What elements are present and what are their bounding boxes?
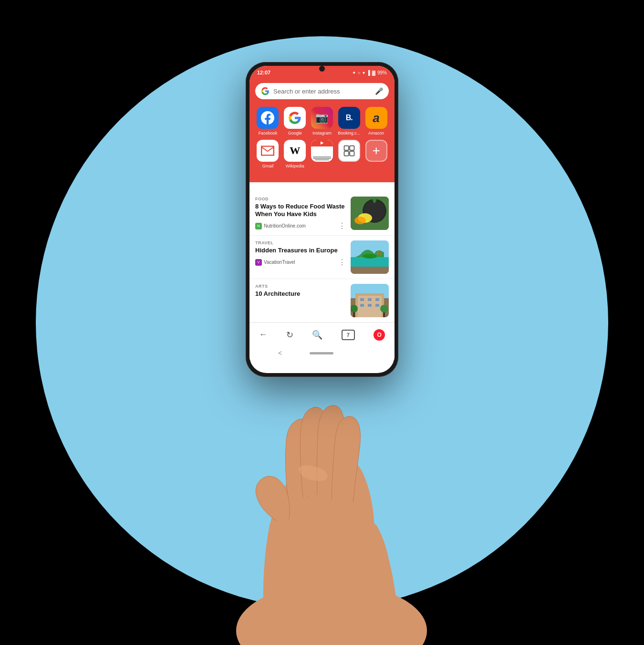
status-time: 12:07 xyxy=(257,70,270,75)
amazon-icon: a xyxy=(365,107,387,129)
wikipedia-icon: W xyxy=(284,140,306,162)
app-item-news[interactable]: ▶ xyxy=(310,140,335,169)
news-category-travel: TRAVEL xyxy=(255,240,346,245)
svg-rect-25 xyxy=(375,298,379,301)
svg-point-16 xyxy=(363,254,377,259)
news-thumb-arts xyxy=(351,284,389,317)
source-name-travel: VacationTravel xyxy=(264,260,295,265)
google-app-icon xyxy=(284,107,306,129)
source-icon-nutrition: N xyxy=(255,223,262,229)
svg-rect-18 xyxy=(380,252,382,255)
bottom-nav: ← ↻ 🔍 7 O xyxy=(249,322,395,346)
svg-rect-1 xyxy=(344,146,348,150)
app-item-booking[interactable]: B. Booking.c... xyxy=(336,107,362,136)
news-title-arts: 10 Architecture xyxy=(255,290,346,298)
svg-rect-23 xyxy=(360,298,364,301)
home-gesture-pill xyxy=(310,352,333,354)
booking-icon: B. xyxy=(338,107,360,129)
bluetooth-icon: ✦ xyxy=(352,70,356,75)
status-icons: ✦ ○ ▾ ▐ ▓ 99% xyxy=(352,70,387,75)
news-title-food: 8 Ways to Reduce Food Waste When You Hav… xyxy=(255,203,346,219)
gesture-bar: < < xyxy=(249,346,395,360)
news-category-food: FOOD xyxy=(255,197,346,201)
svg-rect-15 xyxy=(351,267,389,274)
svg-rect-28 xyxy=(375,304,379,307)
news-article-food-content: FOOD 8 Ways to Reduce Food Waste When Yo… xyxy=(255,197,346,231)
news-source-food: N NutritionOnline.com xyxy=(255,223,306,229)
tabs-button[interactable]: 7 xyxy=(342,330,355,340)
svg-rect-2 xyxy=(350,146,354,150)
svg-rect-3 xyxy=(344,151,348,156)
facebook-label: Facebook xyxy=(259,131,278,136)
article-menu-food[interactable]: ⋮ xyxy=(338,221,346,230)
tabs-count: 7 xyxy=(347,332,350,338)
phone-device: 12:07 ✦ ○ ▾ ▐ ▓ 99% xyxy=(246,62,398,377)
refresh-button[interactable]: ↻ xyxy=(286,330,293,340)
scene: 12:07 ✦ ○ ▾ ▐ ▓ 99% xyxy=(0,0,644,645)
microphone-icon[interactable]: 🎤 xyxy=(375,87,383,95)
app-item-instagram[interactable]: 📷 Instagram xyxy=(310,107,335,136)
app-item-add[interactable]: + xyxy=(364,140,389,169)
battery-icon: ▓ xyxy=(372,70,375,75)
app-item-gmail[interactable]: Gmail xyxy=(255,140,280,169)
news-source-row-travel: V VacationTravel ⋮ xyxy=(255,258,346,267)
wifi-icon: ▾ xyxy=(363,70,365,75)
google-icon xyxy=(261,87,270,95)
front-camera xyxy=(319,66,325,72)
app-item-facebook[interactable]: Facebook xyxy=(255,107,280,136)
tabmanager-icon xyxy=(338,140,360,162)
battery-percent: 99% xyxy=(377,70,387,75)
gmail-label: Gmail xyxy=(262,164,274,169)
news-thumb-travel xyxy=(351,240,389,274)
news-title-travel: Hidden Treasures in Europe xyxy=(255,247,346,255)
back-gesture: < xyxy=(278,349,282,357)
source-icon-travel: V xyxy=(255,259,262,266)
app-item-amazon[interactable]: a Amazon xyxy=(364,107,389,136)
instagram-icon: 📷 xyxy=(311,107,333,129)
svg-point-32 xyxy=(380,305,388,312)
wave-separator xyxy=(249,182,395,192)
nfc-icon: ○ xyxy=(358,70,361,75)
news-article-travel[interactable]: TRAVEL Hidden Treasures in Europe V Vaca… xyxy=(249,236,395,279)
search-button[interactable]: 🔍 xyxy=(312,330,322,340)
svg-rect-17 xyxy=(377,251,379,255)
wikipedia-label: Wikipedia xyxy=(286,164,304,169)
news-article-food[interactable]: FOOD 8 Ways to Reduce Food Waste When Yo… xyxy=(249,192,395,236)
gmail-icon xyxy=(257,140,279,162)
svg-point-11 xyxy=(354,217,366,224)
google-label: Google xyxy=(288,131,302,136)
app-item-google[interactable]: Google xyxy=(282,107,308,136)
news-source-travel: V VacationTravel xyxy=(255,259,295,266)
svg-rect-4 xyxy=(350,151,354,156)
amazon-label: Amazon xyxy=(368,131,384,136)
svg-rect-27 xyxy=(368,304,372,307)
instagram-label: Instagram xyxy=(312,131,332,136)
phone-body: 12:07 ✦ ○ ▾ ▐ ▓ 99% xyxy=(246,62,398,377)
news-source-row-food: N NutritionOnline.com ⋮ xyxy=(255,221,346,230)
news-article-arts-content: ARTS 10 Architecture xyxy=(255,284,346,301)
source-name-food: NutritionOnline.com xyxy=(264,223,306,229)
news-category-arts: ARTS xyxy=(255,284,346,289)
add-icon: + xyxy=(365,140,387,162)
news-article-travel-content: TRAVEL Hidden Treasures in Europe V Vaca… xyxy=(255,240,346,267)
signal-icon: ▐ xyxy=(367,70,370,75)
app-item-tabmanager[interactable] xyxy=(336,140,362,169)
news-thumb-food xyxy=(351,197,389,230)
article-menu-travel[interactable]: ⋮ xyxy=(338,258,346,267)
opera-logo: O xyxy=(377,332,382,338)
back-button[interactable]: ← xyxy=(259,330,268,340)
svg-rect-24 xyxy=(368,298,372,301)
app-item-wikipedia[interactable]: W Wikipedia xyxy=(282,140,308,169)
search-bar[interactable]: Search or enter address 🎤 xyxy=(255,83,389,99)
facebook-icon xyxy=(257,107,279,129)
news-feed: FOOD 8 Ways to Reduce Food Waste When Yo… xyxy=(249,192,395,323)
news-icon: ▶ xyxy=(311,140,333,162)
opera-menu-button[interactable]: O xyxy=(374,329,385,341)
news-article-arts[interactable]: ARTS 10 Architecture xyxy=(249,279,395,322)
top-section: Search or enter address 🎤 Facebook xyxy=(249,79,395,182)
phone-screen: 12:07 ✦ ○ ▾ ▐ ▓ 99% xyxy=(249,66,395,373)
app-grid: Facebook xyxy=(255,107,389,169)
booking-label: Booking.c... xyxy=(338,131,360,136)
svg-rect-26 xyxy=(360,304,364,307)
search-placeholder: Search or enter address xyxy=(273,88,371,95)
